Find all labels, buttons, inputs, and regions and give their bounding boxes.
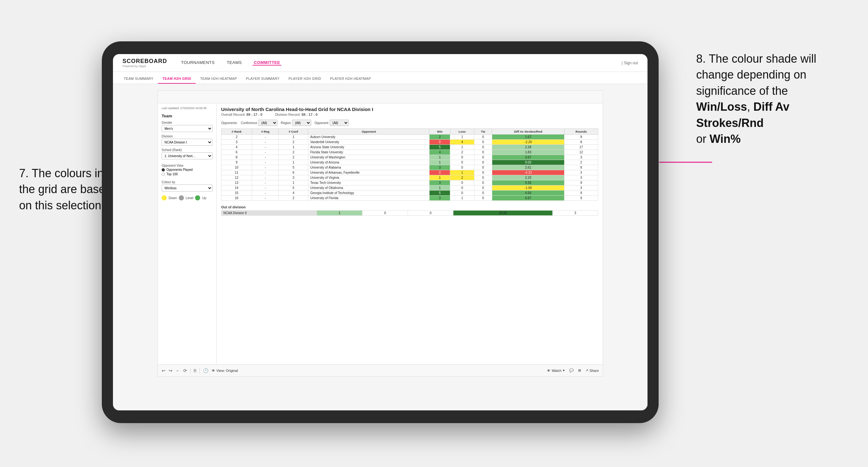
subnav-player-h2h-heatmap[interactable]: PLAYER H2H HEATMAP — [326, 74, 375, 84]
colour-by-select[interactable]: Win/loss — [162, 185, 213, 191]
cell-conf: 1 — [279, 145, 308, 150]
cell-reg: - — [252, 134, 279, 139]
nav-items: TOURNAMENTS TEAMS COMMITTEE — [180, 60, 622, 65]
division-record-label: Division Record: 88 - 17 - 0 — [275, 113, 317, 117]
copy-icon[interactable]: ⎘ — [194, 368, 196, 373]
cell-loss: 2 — [450, 175, 474, 180]
col-loss: Loss — [450, 129, 474, 134]
subnav-team-h2h-grid[interactable]: TEAM H2H GRID — [158, 74, 196, 84]
cell-reg: - — [252, 180, 279, 185]
ood-tie: 0 — [408, 211, 454, 216]
cell-reg: - — [252, 160, 279, 165]
cell-win: 0 — [430, 139, 450, 145]
nav-teams[interactable]: TEAMS — [225, 60, 243, 65]
cell-diff: -1.00 — [492, 185, 564, 191]
comment-btn[interactable]: 💬 — [569, 368, 574, 373]
share-btn[interactable]: ↗ Share — [585, 368, 599, 373]
cell-win: 4 — [430, 150, 450, 155]
radio-label-played: Opponents Played — [166, 168, 192, 172]
report-toolbar: ↩ ↪ ← ⟳ ⎘ 🕐 👁 View: Original 👁 — [158, 364, 602, 376]
logo-sub: Powered by clippd — [123, 65, 167, 68]
col-rank: # Rank — [221, 129, 252, 134]
radio-opponents-played[interactable]: Opponents Played — [162, 168, 213, 172]
cell-conf: 5 — [279, 185, 308, 191]
annotation-right-text: 8. The colour shade will change dependin… — [696, 52, 816, 97]
cell-opponent: University of Oklahoma — [308, 185, 430, 191]
cell-rounds: 8 — [564, 165, 598, 170]
cell-rounds: 2 — [564, 160, 598, 165]
annotation-bold3: Win% — [710, 132, 741, 145]
col-conf: # Conf — [279, 129, 308, 134]
gender-select[interactable]: Men's — [162, 125, 213, 132]
logo-area: SCOREBOARD Powered by clippd — [123, 58, 167, 68]
cell-opponent: University of Washington — [308, 155, 430, 160]
cell-tie: 0 — [474, 150, 492, 155]
clock-icon[interactable]: 🕐 — [203, 368, 209, 373]
cell-tie: 0 — [474, 139, 492, 145]
ood-loss: 0 — [363, 211, 408, 216]
nav-tournaments[interactable]: TOURNAMENTS — [180, 60, 216, 65]
undo-icon[interactable]: ↩ — [162, 368, 165, 373]
conference-label: Conference — [241, 121, 257, 125]
cell-tie: 0 — [474, 160, 492, 165]
nav-committee[interactable]: COMMITTEE — [253, 60, 282, 65]
view-label: View: Original — [216, 369, 238, 373]
grid-btn[interactable]: ⊞ — [578, 368, 581, 373]
conference-select[interactable]: (All) — [258, 120, 277, 126]
data-grid: # Rank # Reg # Conf Opponent Win Loss Ti… — [221, 128, 598, 201]
division-record-value: 88 - 17 - 0 — [302, 113, 317, 117]
view-icon: 👁 — [212, 369, 215, 373]
cell-reg: - — [252, 196, 279, 201]
sign-out[interactable]: | Sign out — [622, 61, 638, 65]
filter-row: Opponents: Conference (All) Region ( — [221, 120, 598, 126]
subnav-team-h2h-heatmap[interactable]: TEAM H2H HEATMAP — [196, 74, 242, 84]
sign-out-label[interactable]: Sign out — [624, 61, 638, 65]
back-icon[interactable]: ← — [176, 368, 180, 373]
cell-tie: 0 — [474, 185, 492, 191]
radio-top100[interactable]: Top 100 — [162, 173, 213, 176]
overall-record-value: 89 - 17 - 0 — [246, 113, 262, 117]
opponent-view-section: Opponent View Opponents Played Top 100 — [162, 164, 213, 176]
region-select[interactable]: (All) — [292, 120, 311, 126]
cell-tie: 0 — [474, 170, 492, 175]
school-select[interactable]: 1. University of Nort... — [162, 152, 213, 159]
division-select[interactable]: NCAA Division I — [162, 139, 213, 146]
filter-region: Region (All) — [281, 120, 311, 126]
cell-win: 1 — [430, 160, 450, 165]
table-row: 16 - 2 University of Florida 3 1 0 6.67 … — [221, 196, 598, 201]
legend-row: Down Level Up — [162, 195, 213, 200]
cell-diff: 2.28 — [492, 145, 564, 150]
ood-rounds: 3 — [552, 211, 598, 216]
region-label: Region — [281, 121, 291, 125]
watch-btn[interactable]: 👁 Watch ▾ — [547, 368, 565, 373]
cell-opponent: Arizona State University — [308, 145, 430, 150]
report-title: University of North Carolina Head-to-Hea… — [221, 106, 598, 112]
table-row: 11 - 6 University of Arkansas, Fayettevi… — [221, 170, 598, 175]
cell-rank: 14 — [221, 185, 252, 191]
cell-rank: 3 — [221, 139, 252, 145]
subnav-player-h2h-grid[interactable]: PLAYER H2H GRID — [284, 74, 326, 84]
cell-rank: 10 — [221, 165, 252, 170]
cell-rank: 11 — [221, 170, 252, 175]
redo-icon[interactable]: ↪ — [168, 368, 173, 373]
opponent-select[interactable]: (All) — [330, 120, 349, 126]
cell-diff: -4.33 — [492, 170, 564, 175]
cell-opponent: University of Arizona — [308, 160, 430, 165]
filter-opponent: Opponent (All) — [314, 120, 349, 126]
cell-opponent: Auburn University — [308, 134, 430, 139]
cell-rounds: 12 — [564, 150, 598, 155]
cell-diff: 4.50 — [492, 191, 564, 196]
subnav-team-summary[interactable]: TEAM SUMMARY — [119, 74, 158, 84]
sub-nav: TEAM SUMMARY TEAM H2H GRID TEAM H2H HEAT… — [113, 72, 648, 84]
cell-rounds: 3 — [564, 185, 598, 191]
overall-record-label: Overall Record: 89 - 17 - 0 — [221, 113, 262, 117]
cell-rank: 16 — [221, 196, 252, 201]
cell-loss: 1 — [450, 134, 474, 139]
cell-reg: - — [252, 191, 279, 196]
subnav-player-summary[interactable]: PLAYER SUMMARY — [242, 74, 284, 84]
tablet-frame: SCOREBOARD Powered by clippd TOURNAMENTS… — [102, 41, 659, 423]
cell-rank: 13 — [221, 180, 252, 185]
cell-diff: -2.29 — [492, 139, 564, 145]
refresh-icon[interactable]: ⟳ — [183, 368, 187, 373]
cell-rank: 8 — [221, 155, 252, 160]
